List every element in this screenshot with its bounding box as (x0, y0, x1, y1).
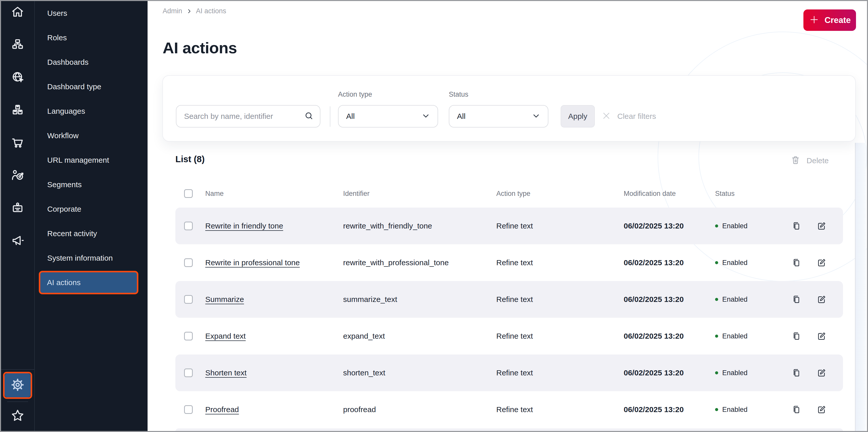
row-checkbox[interactable] (184, 405, 193, 414)
sidebar-item-recent-activity[interactable]: Recent activity (35, 221, 148, 246)
duplicate-icon[interactable] (792, 331, 802, 341)
row-identifier: expand_text (343, 332, 496, 340)
row-action-type: Refine text (496, 368, 623, 377)
icon-rail (1, 1, 34, 431)
search-icon[interactable] (304, 111, 320, 122)
chevron-down-icon (531, 111, 541, 122)
nav-home-button[interactable] (10, 5, 25, 20)
sidebar-item-workflow[interactable]: Workflow (35, 124, 148, 148)
row-actions (785, 331, 843, 341)
duplicate-icon[interactable] (792, 368, 802, 378)
row-checkbox-cell (176, 258, 205, 267)
page-title: AI actions (163, 39, 237, 57)
duplicate-icon[interactable] (792, 294, 802, 304)
ai-actions-table: NameIdentifierAction typeModification da… (176, 179, 843, 428)
nav-favorites-button[interactable] (10, 408, 25, 423)
row-actions (785, 404, 843, 414)
home-icon (10, 5, 25, 20)
apply-button[interactable]: Apply (561, 105, 595, 128)
row-actions (785, 294, 843, 304)
search-input[interactable] (177, 112, 304, 121)
nav-web-button[interactable] (10, 70, 25, 85)
status-dot (715, 261, 718, 264)
star-icon (10, 408, 25, 424)
row-checkbox-cell (176, 405, 205, 414)
duplicate-icon[interactable] (792, 221, 802, 231)
status-dot (715, 335, 718, 338)
row-name-link[interactable]: Shorten text (205, 368, 247, 377)
table-row: Summarize summarize_text Refine text 06/… (176, 281, 843, 318)
rail-divider (1, 369, 34, 370)
row-name-link[interactable]: Rewrite in professional tone (205, 258, 300, 267)
sidebar-item-roles[interactable]: Roles (35, 26, 148, 50)
sidebar-item-corporate[interactable]: Corporate (35, 197, 148, 221)
action-type-select[interactable]: All (338, 105, 438, 128)
edit-icon[interactable] (816, 258, 827, 268)
edit-icon[interactable] (816, 368, 827, 378)
row-checkbox[interactable] (184, 332, 193, 340)
cart-icon (10, 135, 25, 151)
breadcrumb: Admin AI actions (163, 7, 226, 15)
row-identifier: proofread (343, 405, 496, 414)
action-type-label: Action type (338, 91, 372, 98)
action-type-value: All (346, 112, 354, 121)
status-dot (715, 298, 718, 301)
nav-settings-button[interactable] (5, 373, 31, 397)
clear-filters-button[interactable]: Clear filters (601, 105, 656, 128)
nav-announcements-button[interactable] (10, 234, 25, 248)
row-name-link[interactable]: Proofread (205, 405, 239, 413)
edit-icon[interactable] (816, 331, 827, 341)
status-value: All (457, 112, 465, 121)
row-name-link[interactable]: Expand text (205, 332, 246, 340)
sidebar-item-users[interactable]: Users (35, 1, 148, 26)
nav-segments-button[interactable] (10, 168, 25, 183)
scrollbar[interactable] (855, 143, 866, 431)
row-checkbox[interactable] (184, 368, 193, 377)
row-checkbox[interactable] (184, 258, 193, 267)
status-dot (715, 371, 718, 374)
sidebar-item-label: Workflow (47, 131, 79, 140)
create-button[interactable]: Create (803, 9, 856, 31)
sidebar-item-label: Dashboards (47, 58, 89, 67)
sidebar-item-dashboards[interactable]: Dashboards (35, 50, 148, 74)
duplicate-icon[interactable] (792, 258, 802, 268)
sidebar-item-segments[interactable]: Segments (35, 172, 148, 197)
row-modification-date: 06/02/2025 13:20 (623, 295, 710, 304)
column-header-name: Name (205, 190, 343, 198)
duplicate-icon[interactable] (792, 404, 802, 414)
edit-icon[interactable] (816, 404, 827, 414)
sidebar-item-languages[interactable]: Languages (35, 99, 148, 124)
header-checkbox-cell (176, 189, 205, 198)
select-all-checkbox[interactable] (184, 189, 193, 198)
row-action-type: Refine text (496, 295, 623, 304)
breadcrumb-admin[interactable]: Admin (163, 7, 182, 15)
row-name-link[interactable]: Summarize (205, 295, 244, 303)
sidebar-item-label: Roles (47, 33, 67, 42)
breadcrumb-current: AI actions (196, 7, 226, 15)
x-icon (601, 110, 612, 122)
filter-panel: Action type All Status All Apply Clear f… (162, 75, 856, 141)
edit-icon[interactable] (816, 294, 827, 304)
sidebar-item-dashboard-type[interactable]: Dashboard type (35, 74, 148, 99)
edit-icon[interactable] (816, 221, 827, 231)
globe-cursor-icon (10, 70, 25, 86)
sidebar-item-ai-actions[interactable]: AI actions (39, 271, 138, 294)
nav-products-button[interactable] (10, 103, 25, 118)
sidebar-item-system-information[interactable]: System information (35, 246, 148, 270)
row-checkbox[interactable] (184, 295, 193, 304)
status-badge: Enabled (722, 332, 747, 340)
sidebar-item-url-management[interactable]: URL management (35, 148, 148, 172)
row-checkbox[interactable] (184, 222, 193, 230)
nav-corporate-button[interactable] (10, 201, 25, 216)
nav-structure-button[interactable] (10, 38, 25, 53)
table-header-row: NameIdentifierAction typeModification da… (176, 179, 843, 208)
chevron-right-icon (182, 7, 196, 15)
status-select[interactable]: All (449, 105, 548, 128)
row-checkbox-cell (176, 222, 205, 230)
gear-icon (10, 377, 25, 393)
delete-button[interactable]: Delete (790, 155, 829, 167)
nav-commerce-button[interactable] (10, 136, 25, 151)
row-identifier: shorten_text (343, 368, 496, 377)
row-action-type: Refine text (496, 332, 623, 340)
row-name-link[interactable]: Rewrite in friendly tone (205, 222, 283, 230)
